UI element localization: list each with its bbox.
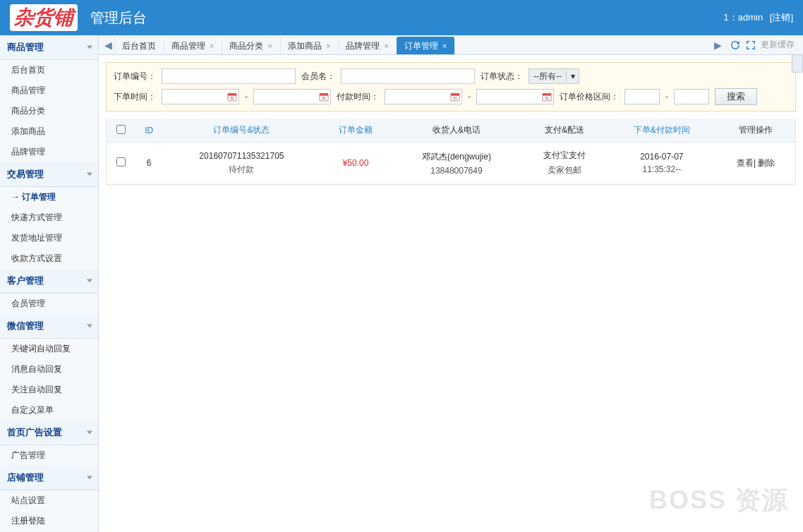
- col-amount[interactable]: 订单金额: [320, 119, 392, 143]
- sidebar-section-header[interactable]: 微信管理: [0, 314, 98, 339]
- sidebar-section-header[interactable]: 交易管理: [0, 162, 98, 187]
- label-member: 会员名：: [301, 71, 335, 83]
- svg-text:31: 31: [545, 96, 549, 100]
- col-id[interactable]: ID: [135, 119, 163, 143]
- cell-ops: 查看| 删除: [716, 143, 795, 184]
- sidebar-item[interactable]: 商品分类: [0, 101, 98, 121]
- svg-rect-10: [543, 93, 551, 95]
- sidebar-item[interactable]: 关键词自动回复: [0, 339, 98, 359]
- sidebar-section-header[interactable]: 商品管理: [0, 35, 98, 60]
- pay-time-end[interactable]: 31: [476, 89, 554, 104]
- tab[interactable]: 订单管理: [397, 37, 454, 54]
- cell-receiver: 邓武杰(dengwujie)13848007649: [391, 143, 521, 184]
- sidebar-item[interactable]: 站点设置: [0, 490, 98, 511]
- close-icon[interactable]: [210, 42, 214, 50]
- col-time[interactable]: 下单&付款时间: [608, 119, 717, 143]
- sidebar-item[interactable]: 品牌管理: [0, 142, 98, 162]
- sidebar: 商品管理后台首页商品管理商品分类添加商品品牌管理交易管理订单管理快递方式管理发货…: [0, 35, 99, 532]
- label-status: 订单状态：: [481, 71, 523, 83]
- sidebar-item[interactable]: 快递方式管理: [0, 207, 98, 228]
- order-time-start[interactable]: 31: [162, 89, 239, 104]
- sidebar-item[interactable]: 后台首页: [0, 60, 98, 80]
- close-icon[interactable]: [384, 42, 388, 50]
- pay-time-start-input[interactable]: [385, 90, 449, 104]
- calendar-icon[interactable]: 31: [226, 90, 239, 104]
- tab-label: 品牌管理: [346, 40, 380, 52]
- refresh-cache-link[interactable]: 更新缓存: [761, 39, 795, 51]
- calendar-icon[interactable]: 31: [318, 90, 330, 104]
- sidebar-item[interactable]: 注册登陆: [0, 511, 98, 531]
- select-all-checkbox[interactable]: [116, 125, 126, 134]
- sidebar-item[interactable]: 发货地址管理: [0, 228, 98, 248]
- tabs-bar: ◀ 后台首页商品管理商品分类添加商品品牌管理订单管理 ▶ 更新缓存: [99, 35, 803, 55]
- range-sep: -: [245, 92, 248, 102]
- svg-text:31: 31: [230, 96, 234, 100]
- input-order-no[interactable]: [162, 68, 296, 84]
- tab[interactable]: 品牌管理: [338, 37, 396, 54]
- sidebar-item[interactable]: 自定义菜单: [0, 400, 98, 421]
- select-status-value: --所有--: [529, 71, 566, 83]
- cell-order-status: 201607071135321705待付款: [163, 143, 320, 184]
- sidebar-section-header[interactable]: 首页广告设置: [0, 421, 98, 445]
- cell-payment: 支付宝支付卖家包邮: [521, 143, 607, 184]
- sidebar-section-header[interactable]: 客户管理: [0, 269, 98, 294]
- logo: 杂货铺 管理后台: [10, 4, 147, 31]
- range-sep: -: [468, 92, 471, 102]
- tab[interactable]: 商品分类: [222, 37, 279, 54]
- user-label: 1：admin: [724, 12, 763, 23]
- col-receiver: 收货人&电话: [391, 119, 521, 143]
- cell-amount: ¥50.00: [320, 143, 392, 184]
- order-time-end-input[interactable]: [254, 90, 318, 104]
- pay-time-end-input[interactable]: [477, 90, 541, 104]
- table-row: 6201607071135321705待付款¥50.00邓武杰(dengwuji…: [107, 143, 795, 184]
- sidebar-item[interactable]: 广告管理: [0, 445, 98, 466]
- range-sep: -: [665, 92, 668, 102]
- select-status[interactable]: --所有-- ▾: [529, 68, 579, 84]
- close-icon[interactable]: [326, 42, 330, 50]
- tabs-actions: 更新缓存: [724, 35, 800, 54]
- search-button[interactable]: 搜索: [715, 88, 757, 105]
- sidebar-item[interactable]: 消息自动回复: [0, 359, 98, 380]
- tab-label: 订单管理: [404, 40, 438, 52]
- price-max[interactable]: [674, 89, 709, 104]
- view-link[interactable]: 查看: [737, 158, 754, 168]
- sidebar-section-header[interactable]: 店铺管理: [0, 466, 98, 490]
- col-payment: 支付&配送: [521, 119, 607, 143]
- sidebar-item[interactable]: 会员管理: [0, 294, 98, 314]
- sidebar-item[interactable]: 订单管理: [0, 187, 98, 207]
- tab[interactable]: 后台首页: [114, 37, 164, 54]
- sidebar-item[interactable]: 添加商品: [0, 121, 98, 142]
- filter-panel: 订单编号： 会员名： 订单状态： --所有-- ▾ 下单时间： 31 -: [106, 62, 796, 111]
- delete-link[interactable]: 删除: [758, 158, 775, 168]
- order-time-end[interactable]: 31: [253, 89, 331, 104]
- row-checkbox[interactable]: [116, 157, 126, 167]
- sidebar-item[interactable]: 关注自动回复: [0, 380, 98, 400]
- orders-table: ID 订单编号&状态 订单金额 收货人&电话 支付&配送 下单&付款时间 管理操…: [106, 119, 796, 185]
- label-order-no: 订单编号：: [114, 71, 156, 83]
- tab-scroll-left[interactable]: ◀: [102, 35, 114, 54]
- label-pay-time: 付款时间：: [337, 91, 379, 103]
- calendar-icon[interactable]: 31: [541, 90, 553, 104]
- tab[interactable]: 商品管理: [164, 37, 222, 54]
- fullscreen-icon[interactable]: [745, 40, 756, 51]
- close-icon[interactable]: [267, 42, 272, 50]
- svg-rect-4: [320, 93, 328, 95]
- scrollbar-thumb[interactable]: [792, 54, 803, 73]
- tab-label: 商品分类: [229, 40, 263, 52]
- calendar-icon[interactable]: 31: [449, 90, 461, 104]
- tab-scroll-right[interactable]: ▶: [711, 35, 724, 54]
- order-time-start-input[interactable]: [162, 90, 226, 104]
- refresh-icon[interactable]: [730, 40, 741, 51]
- svg-rect-1: [228, 93, 236, 95]
- cell-time: 2016-07-0711:35:32--: [608, 143, 717, 184]
- sidebar-item[interactable]: 收款方式设置: [0, 248, 98, 269]
- input-member[interactable]: [341, 68, 475, 84]
- pay-time-start[interactable]: 31: [385, 89, 462, 104]
- logout-link[interactable]: [注销]: [770, 12, 793, 23]
- tab[interactable]: 添加商品: [280, 37, 338, 54]
- label-order-time: 下单时间：: [114, 91, 156, 103]
- close-icon[interactable]: [442, 42, 447, 50]
- col-order-status[interactable]: 订单编号&状态: [163, 119, 320, 143]
- sidebar-item[interactable]: 商品管理: [0, 80, 98, 101]
- price-min[interactable]: [624, 89, 660, 104]
